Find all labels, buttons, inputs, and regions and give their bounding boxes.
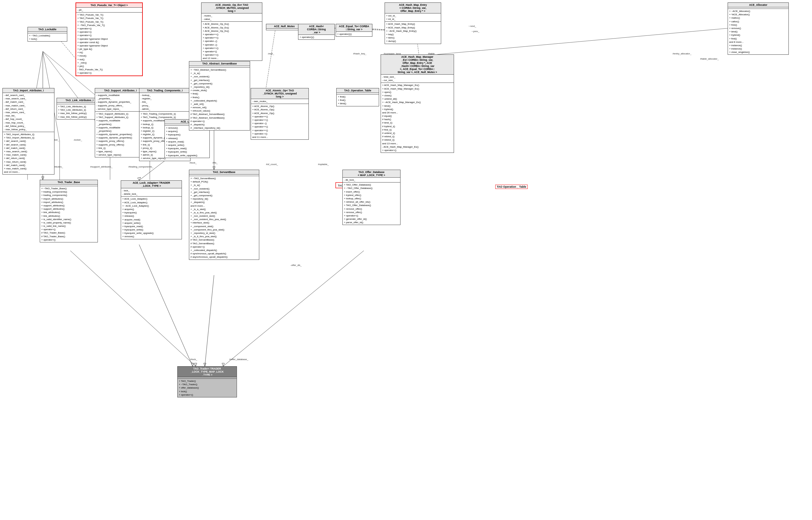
ace-atomic-op-ex-attrs: - mutex_ - value_	[202, 14, 262, 22]
svg-line-27	[205, 275, 214, 366]
svg-text:#sf_count_: #sf_count_	[266, 163, 278, 166]
svg-line-33	[223, 251, 364, 366]
ace-allocator-methods: + ~ACE_Allocator() + *ACE_Allocator() + …	[728, 9, 788, 54]
svg-marker-34	[222, 363, 225, 366]
diagram-container: -locker_ -locker_ -locker_ -locker_ -typ…	[0, 0, 812, 520]
svg-marker-28	[204, 363, 206, 366]
svg-line-31	[70, 251, 196, 366]
tao-trader-base-header: TAO_Trader_Base	[40, 180, 98, 185]
svg-marker-24	[213, 166, 215, 170]
svg-text:→next_: →next_	[468, 25, 476, 27]
ace-lock-adapter-box: ACE_Lock_Adapter< TRADER_LOCK_TYPE > - l…	[121, 180, 182, 239]
svg-text:#hash_key_: #hash_key_	[353, 52, 367, 55]
ace-atomic-op-tao-header: ACE_Atomic_Op< TAO_SYNCH_MUTEX, unsigned…	[251, 88, 309, 99]
svg-text:#optable_: #optable_	[318, 163, 329, 166]
ace-null-mutex-box: ACE_Null_Mutex	[266, 24, 303, 30]
svg-text:#offer_database_: #offer_database_	[229, 358, 248, 361]
ace-hash-corba-header: ACE_Hash< CORBA::String_var >	[298, 24, 335, 35]
ace-hash-map-manager-header: ACE_Hash_Map_Manager_Ex< CORBA::String_v…	[381, 55, 454, 75]
tao-support-attributes-box: TAO_Support_Attributes_i - supports_modi…	[95, 88, 146, 157]
ace-atomic-op-tao-box: ACE_Atomic_Op< TAO_SYNCH_MUTEX, unsigned…	[251, 88, 309, 140]
ace-hash-corba-box: ACE_Hash< CORBA::String_var > + operator…	[298, 24, 335, 40]
ace-hash-map-entry-header: ACE_Hash_Map_Entry< CORBA::String_var,Of…	[385, 3, 441, 14]
svg-text:#trading_components_: #trading_components_	[128, 165, 154, 168]
tao-import-attributes-header: TAO_Import_Attributes_i	[3, 88, 54, 93]
tao-offer-database-header: TAO_Offer_Database< MAP_LOCK_TYPE >	[343, 170, 400, 178]
tao-import-attributes-box: TAO_Import_Attributes_i - def_search_car…	[2, 88, 54, 175]
ace-allocator-header: ACE_Allocator	[728, 3, 788, 7]
svg-text:-impl_: -impl_	[267, 52, 274, 55]
ace-null-mutex-body	[266, 29, 303, 30]
ace-null-mutex-header: ACE_Null_Mutex	[266, 24, 303, 29]
tao-operation-table-methods: + find() + find() + bind()	[337, 95, 379, 106]
svg-line-54	[266, 31, 275, 88]
tao-trading-components-attrs: - lookup_ - register_ - link_ - proxy_ -…	[139, 93, 190, 111]
svg-text:-locker_: -locker_	[73, 138, 82, 141]
tao-offer-database-attrs: - db_lock_	[343, 178, 400, 182]
ace-atomic-op-ex-header: ACE_Atomic_Op_Ex< TAO_SYNCH_MUTEX, unsig…	[202, 3, 262, 14]
ace-atomic-op-tao-methods: + ACE_Atomic_Op() + ACE_Atomic_Op() + AC…	[251, 104, 309, 139]
tao-lockable-methods: + ~TAO_Lockable() + lock()	[28, 33, 67, 41]
tao-operation-table-header: TAO_Operation_Table	[337, 88, 379, 93]
tao-offer-database-box: TAO_Offer_Database< MAP_LOCK_TYPE > - db…	[342, 170, 400, 225]
ace-hash-map-entry-attrs: + ext_id_ + int_id_	[385, 14, 441, 22]
tao-import-attributes-methods: + TAO_Import_Attributes_i() + TAO_Import…	[3, 132, 54, 174]
ace-atomic-op-ex-box: ACE_Atomic_Op_Ex< TAO_SYNCH_MUTEX, unsig…	[201, 2, 262, 61]
tao-support-attributes-header: TAO_Support_Attributes_i	[95, 88, 146, 93]
tao-trader-base-box: TAO_Trader_Base + ~TAO_Trader_Base() + t…	[40, 180, 98, 242]
ace-atomic-op-tao-attrs: - own_mutex_	[251, 99, 309, 104]
svg-text:#table_allocator_: #table_allocator_	[700, 57, 719, 60]
ace-hash-map-entry-box: ACE_Hash_Map_Entry< CORBA::String_var,Of…	[385, 2, 441, 44]
svg-line-29	[139, 244, 192, 366]
ace-lock-adapter-header: ACE_Lock_Adapter< TRADER_LOCK_TYPE >	[121, 181, 182, 188]
tao-support-attributes-methods: + TAO_Support_Attributes_i() + TAO_Suppo…	[95, 111, 146, 157]
tao-pseudo-var-methods: + TAO_Pseudo_Var_T() + TAO_Pseudo_Var_T(…	[76, 12, 142, 75]
svg-text:#entry_allocator_: #entry_allocator_	[673, 52, 691, 55]
tao-trader-header: TAO_Trader< TRADER_LOCK_TYPE, MAP_LOCK_T…	[178, 367, 237, 377]
ace-allocator-box: ACE_Allocator + ~ACE_Allocator() + *ACE_…	[728, 2, 789, 55]
tao-trading-components-header: TAO_Trading_Components_i	[139, 88, 190, 93]
svg-marker-32	[194, 363, 197, 366]
svg-marker-30	[191, 363, 194, 366]
svg-text:#lock_: #lock_	[190, 358, 198, 361]
ace-lock-adapter-methods: + ACE_Lock_Adapter() + ACE_Lock_Adapter(…	[121, 197, 182, 239]
tao-import-attributes-attrs: - def_search_card_ - max_search_card_ - …	[3, 93, 54, 132]
svg-text:#support_attributes_: #support_attributes_	[90, 165, 112, 168]
ace-hash-map-manager-methods: + ACE_Hash_Map_Manager_Ex() + ACE_Hash_M…	[381, 83, 454, 153]
ace-lock-adapter-attrs: - lock_ - delete_lock_	[121, 188, 182, 197]
tao-trader-base-methods: + ~TAO_Trader_Base() + trading_component…	[40, 186, 98, 242]
svg-marker-1	[42, 177, 44, 180]
svg-text:#lock_: #lock_	[189, 161, 197, 164]
svg-text:→prev_: →prev_	[471, 30, 480, 33]
svg-marker-22	[137, 177, 141, 180]
tao-servantbase-box: TAO_ServantBase + ~TAO_ServantBase() + d…	[189, 170, 259, 260]
tao-operation-table-box: TAO_Operation_Table + find() + find() + …	[336, 88, 379, 106]
ace-hash-map-entry-methods: + ACE_Hash_Map_Entry() + ACE_Hash_Map_En…	[385, 22, 441, 44]
ace-hash-map-manager-box: ACE_Hash_Map_Manager_Ex< CORBA::String_v…	[381, 54, 454, 153]
tao-servantbase-header: TAO_ServantBase	[189, 170, 259, 175]
tao-pseudo-var-box: TAO_Pseudo_Var_T< Object > - ptr_ + TAO_…	[76, 2, 143, 76]
ace-equal-to-body: + operator()()	[336, 32, 372, 36]
tao-abstract-servantbase-header: TAO_Abstract_ServantBase	[189, 61, 250, 66]
tao-lockable-header: TAO_Lockable	[28, 27, 67, 32]
ace-equal-to-box: ACE_Equal_To< CORBA::String_var > + oper…	[336, 24, 372, 37]
tao-pseudo-var-header: TAO_Pseudo_Var_T< Object >	[76, 3, 142, 8]
tao-offer-database-methods: + TAO_Offer_Database() + ~TAO_Offer_Data…	[343, 182, 400, 225]
ace-equal-to-header: ACE_Equal_To< CORBA::String_var >	[336, 24, 372, 32]
tao-servantbase-methods: + ~TAO_ServantBase() + default_POA() + _…	[189, 176, 259, 260]
svg-text:#fls_: #fls_	[212, 161, 218, 164]
tao-abstract-servantbase-methods: + ~TAO_Abstract_ServantBase() + _is_a() …	[189, 68, 250, 130]
tao-trader-box: TAO_Trader< TRADER_LOCK_TYPE, MAP_LOCK_T…	[177, 366, 237, 397]
tao-operation-table-label: TAO Operation _ Table	[495, 185, 528, 189]
ace-hash-map-manager-attrs: - total_size_ - cur_size_	[381, 75, 454, 83]
ace-atomic-op-ex-methods: + ACE_Atomic_Op_Ex() + ACE_Atomic_Op_Ex(…	[202, 22, 262, 60]
svg-line-48	[437, 27, 743, 54]
tao-lockable-box: TAO_Lockable + ~TAO_Lockable() + lock()	[27, 27, 67, 42]
ace-hash-corba-body: + operator()()	[298, 35, 335, 40]
tao-support-attributes-attrs: - supports_modifiable _properties_ - sup…	[95, 93, 146, 111]
tao-abstract-servantbase-box: TAO_Abstract_ServantBase + ~TAO_Abstract…	[189, 61, 250, 131]
svg-text:-offer_db_: -offer_db_	[290, 264, 302, 266]
tao-trader-methods: + TAO_Trader() + ~TAO_Trader() + offer_d…	[178, 379, 237, 397]
tao-pseudo-var-attrs: - ptr_	[76, 8, 142, 12]
